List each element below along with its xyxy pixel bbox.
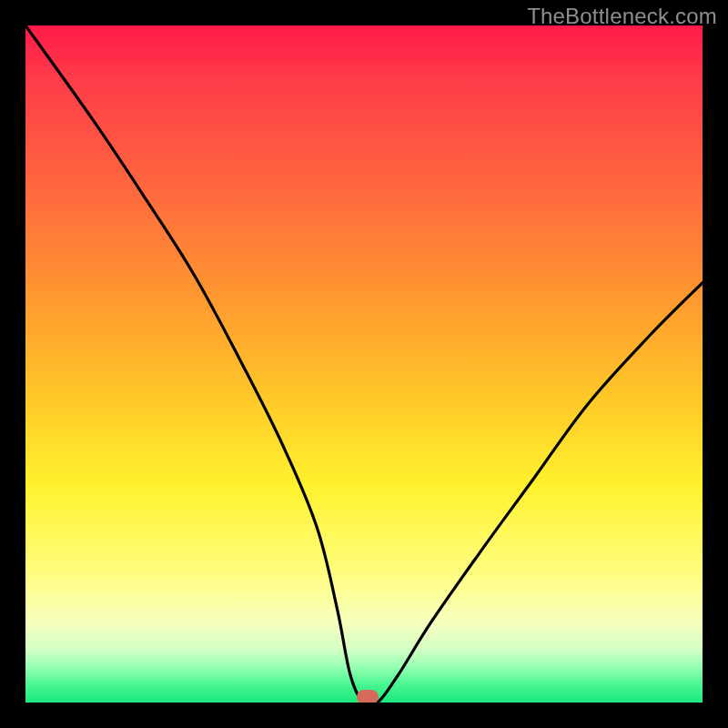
curve-path — [25, 25, 703, 703]
plot-area — [25, 25, 703, 703]
bottleneck-curve — [25, 25, 703, 703]
watermark-text: TheBottleneck.com — [527, 4, 717, 29]
chart-container: TheBottleneck.com — [0, 0, 728, 728]
optimum-marker — [357, 690, 379, 703]
